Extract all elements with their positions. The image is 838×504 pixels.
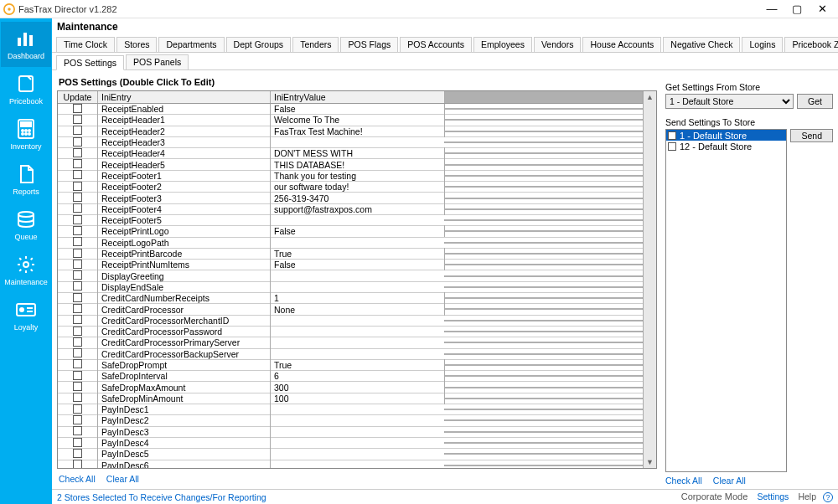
table-row[interactable]: ReceiptHeader5THIS DATABASE! (58, 159, 643, 170)
tab-time-clock[interactable]: Time Clock (56, 37, 115, 52)
table-row[interactable]: ReceiptHeader4DON'T MESS WITH (58, 148, 643, 159)
table-row[interactable]: ReceiptFooter2our software today! (58, 182, 643, 193)
table-row[interactable]: ReceiptPrintBarcodeTrue (58, 249, 643, 260)
sidebar-item-loyalty[interactable]: Loyalty (1, 293, 51, 338)
row-checkbox[interactable] (73, 237, 82, 246)
table-row[interactable]: PayInDesc5 (58, 449, 643, 460)
tab-dept-groups[interactable]: Dept Groups (226, 37, 292, 52)
row-checkbox[interactable] (73, 382, 82, 391)
table-row[interactable]: SafeDropInterval6 (58, 371, 643, 382)
table-row[interactable]: ReceiptLogoPath (58, 238, 643, 249)
table-row[interactable]: PayInDesc4 (58, 438, 643, 449)
sidebar-item-maintenance[interactable]: Maintenance (1, 248, 51, 293)
table-row[interactable]: CreditCardProcessorPrimaryServer (58, 337, 643, 348)
row-checkbox[interactable] (73, 337, 82, 347)
row-checkbox[interactable] (73, 270, 82, 280)
check-all-link[interactable]: Check All (59, 474, 96, 484)
table-row[interactable]: ReceiptEnabledFalse (58, 104, 643, 115)
clear-all-link-right[interactable]: Clear All (713, 476, 746, 486)
row-checkbox[interactable] (73, 182, 82, 191)
row-checkbox[interactable] (73, 426, 82, 435)
sidebar-item-reports[interactable]: Reports (1, 157, 51, 203)
table-row[interactable]: CreditCardNumberReceipts1 (58, 293, 643, 304)
table-row[interactable]: DisplayEndSale (58, 282, 643, 293)
check-all-link-right[interactable]: Check All (665, 476, 702, 486)
table-row[interactable]: ReceiptPrintNumItemsFalse (58, 260, 643, 270)
sidebar-item-queue[interactable]: Queue (1, 203, 51, 248)
subtab-pos-settings[interactable]: POS Settings (56, 55, 124, 70)
table-row[interactable]: PayInDesc3 (58, 427, 643, 438)
row-checkbox[interactable] (73, 304, 82, 313)
help-icon[interactable]: ? (823, 492, 833, 502)
table-row[interactable]: SafeDropMinAmount100 (58, 393, 643, 404)
row-checkbox[interactable] (73, 170, 82, 179)
get-from-store-select[interactable]: 1 - Default Store (665, 94, 794, 109)
table-row[interactable]: PayInDesc6 (58, 460, 643, 469)
row-checkbox[interactable] (73, 449, 82, 458)
row-checkbox[interactable] (73, 215, 82, 224)
row-checkbox[interactable] (73, 148, 82, 157)
tab-employees[interactable]: Employees (473, 37, 532, 52)
table-row[interactable]: ReceiptFooter4support@fastraxpos.com (58, 204, 643, 215)
column-header-update[interactable]: Update (58, 91, 98, 103)
get-button[interactable]: Get (797, 94, 833, 109)
table-row[interactable]: CreditCardProcessorNone (58, 304, 643, 315)
table-row[interactable]: ReceiptHeader2FasTrax Test Machine! (58, 126, 643, 137)
row-checkbox[interactable] (73, 137, 82, 147)
row-checkbox[interactable] (73, 226, 82, 235)
row-checkbox[interactable] (73, 260, 82, 269)
tab-pos-flags[interactable]: POS Flags (340, 37, 398, 52)
list-checkbox[interactable] (668, 142, 676, 151)
table-row[interactable]: ReceiptHeader3 (58, 137, 643, 148)
row-checkbox[interactable] (73, 159, 82, 168)
table-row[interactable]: SafeDropMaxAmount300 (58, 382, 643, 393)
status-help-link[interactable]: Help (798, 491, 816, 501)
table-row[interactable]: ReceiptFooter3256-319-3470 (58, 193, 643, 203)
row-checkbox[interactable] (73, 203, 82, 213)
table-row[interactable]: DisplayGreeting (58, 270, 643, 281)
sidebar-item-inventory[interactable]: Inventory (1, 112, 51, 157)
row-checkbox[interactable] (73, 193, 82, 202)
row-checkbox[interactable] (73, 438, 82, 447)
tab-stores[interactable]: Stores (116, 37, 157, 52)
scroll-down-icon[interactable]: ▼ (646, 458, 654, 466)
table-row[interactable]: ReceiptFooter5 (58, 215, 643, 226)
subtab-pos-panels[interactable]: POS Panels (126, 54, 189, 69)
row-checkbox[interactable] (73, 415, 82, 424)
row-checkbox[interactable] (73, 359, 82, 368)
scroll-up-icon[interactable]: ▲ (646, 93, 654, 101)
status-settings-link[interactable]: Settings (757, 491, 789, 501)
list-item[interactable]: 12 - Default Store (666, 141, 786, 152)
tab-logins[interactable]: Logins (742, 37, 783, 52)
column-header-value[interactable]: IniEntryValue (271, 91, 445, 103)
column-header-key[interactable]: IniEntry (98, 91, 271, 103)
table-row[interactable]: PayInDesc1 (58, 404, 643, 415)
row-checkbox[interactable] (73, 393, 82, 402)
tab-pricebook-zones[interactable]: Pricebook Zones (784, 37, 838, 52)
table-row[interactable]: ReceiptFooter1Thank you for testing (58, 171, 643, 182)
row-checkbox[interactable] (73, 281, 82, 291)
row-checkbox[interactable] (73, 404, 82, 414)
tab-negative-check[interactable]: Negative Check (663, 37, 740, 52)
tab-tenders[interactable]: Tenders (292, 37, 339, 52)
tab-vendors[interactable]: Vendors (534, 37, 582, 52)
table-row[interactable]: ReceiptPrintLogoFalse (58, 226, 643, 237)
close-button[interactable]: ✕ (810, 3, 835, 15)
row-checkbox[interactable] (73, 115, 82, 124)
clear-all-link[interactable]: Clear All (106, 474, 139, 484)
row-checkbox[interactable] (73, 348, 82, 357)
maximize-button[interactable]: ▢ (784, 3, 810, 15)
tab-pos-accounts[interactable]: POS Accounts (400, 37, 472, 52)
row-checkbox[interactable] (73, 371, 82, 380)
row-checkbox[interactable] (73, 249, 82, 258)
row-checkbox[interactable] (73, 104, 82, 113)
sidebar-item-pricebook[interactable]: Pricebook (1, 67, 51, 112)
send-to-store-list[interactable]: 1 - Default Store12 - Default Store (665, 129, 787, 472)
tab-house-accounts[interactable]: House Accounts (582, 37, 661, 52)
table-row[interactable]: ReceiptHeader1Welcome To The (58, 115, 643, 126)
send-button[interactable]: Send (790, 129, 833, 142)
row-checkbox[interactable] (73, 293, 82, 302)
status-stores-link[interactable]: 2 Stores Selected To Receive Changes/For… (57, 492, 266, 502)
row-checkbox[interactable] (73, 327, 82, 336)
row-checkbox[interactable] (73, 126, 82, 135)
